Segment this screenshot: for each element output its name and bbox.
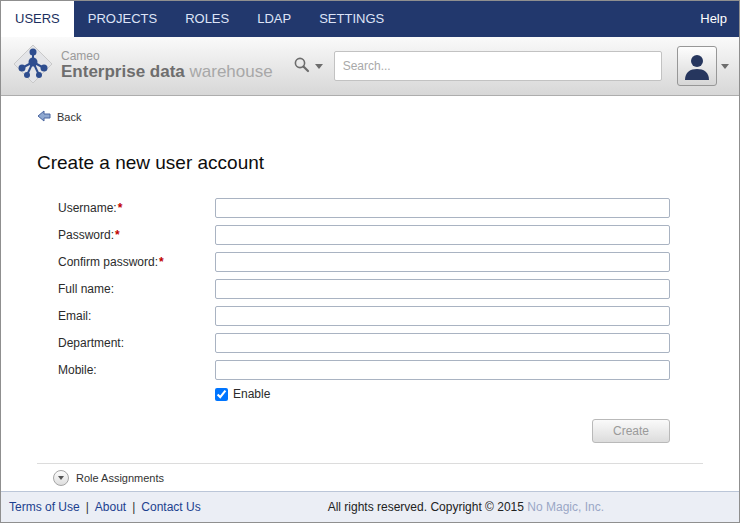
form-row-department: Department: [58, 333, 670, 353]
brand-logo: Cameo Enterprise data warehouse [11, 42, 273, 90]
back-button[interactable]: Back [37, 110, 81, 124]
avatar[interactable] [677, 46, 717, 86]
field-label: Confirm password:* [58, 255, 215, 269]
molecule-logo-icon [11, 42, 55, 90]
role-assignments-section: Role Assignments [53, 470, 739, 486]
header-bar: Cameo Enterprise data warehouse [1, 37, 739, 96]
back-arrow-icon [37, 110, 51, 124]
form-row-full-name: Full name: [58, 279, 670, 299]
mobile-input[interactable] [215, 360, 670, 380]
search-input[interactable] [334, 51, 662, 81]
enable-checkbox[interactable] [215, 388, 228, 401]
user-avatar-icon [681, 50, 713, 82]
email-field[interactable] [215, 306, 670, 326]
copyright-text: All rights reserved. Copyright © 2015 No… [201, 500, 731, 514]
role-assignments-toggle[interactable] [53, 470, 69, 486]
required-asterisk: * [118, 201, 123, 215]
top-nav: USERS PROJECTS ROLES LDAP SETTINGS Help [1, 1, 739, 37]
main-content: Back Create a new user account Username:… [1, 96, 739, 491]
section-divider [37, 463, 703, 464]
about-link[interactable]: About [95, 500, 126, 514]
field-label: Department: [58, 336, 215, 350]
search-scope-chevron-down-icon[interactable] [315, 64, 323, 69]
contact-us-link[interactable]: Contact Us [141, 500, 200, 514]
help-link[interactable]: Help [688, 1, 739, 37]
tab-projects[interactable]: PROJECTS [74, 1, 171, 37]
brand-product-bold: Enterprise data [61, 62, 185, 81]
field-label: Full name: [58, 282, 215, 296]
role-assignments-label: Role Assignments [76, 472, 164, 484]
search-icon [293, 56, 310, 77]
field-label: Mobile: [58, 363, 215, 377]
page-title: Create a new user account [37, 152, 739, 174]
footer-links: Terms of Use | About | Contact Us [9, 500, 201, 514]
form-row-confirm-password: Confirm password:* [58, 252, 670, 272]
form-row-mobile: Mobile: [58, 360, 670, 380]
link-separator: | [86, 500, 89, 514]
enable-row: Enable [215, 387, 670, 401]
app-window: USERS PROJECTS ROLES LDAP SETTINGS Help [0, 0, 740, 523]
tab-ldap[interactable]: LDAP [243, 1, 305, 37]
tab-settings[interactable]: SETTINGS [305, 1, 398, 37]
chevron-down-icon [58, 476, 64, 480]
form-row-password: Password:* [58, 225, 670, 245]
brand-text: Cameo Enterprise data warehouse [61, 50, 273, 82]
field-label: Email: [58, 309, 215, 323]
user-menu [677, 46, 729, 86]
tab-users[interactable]: USERS [1, 1, 74, 37]
required-asterisk: * [159, 255, 164, 269]
brand-product: Enterprise data warehouse [61, 63, 273, 82]
user-menu-chevron-down-icon[interactable] [721, 64, 729, 69]
back-label: Back [57, 111, 81, 123]
department-input[interactable] [215, 333, 670, 353]
form-row-username: Username:* [58, 198, 670, 218]
required-asterisk: * [115, 228, 120, 242]
password-input[interactable] [215, 225, 670, 245]
create-user-form: Username:* Password:* Confirm password:*… [58, 198, 670, 443]
tab-roles[interactable]: ROLES [171, 1, 243, 37]
button-row: Create [58, 419, 670, 443]
confirm-password-input[interactable] [215, 252, 670, 272]
username-input[interactable] [215, 198, 670, 218]
search-area [293, 51, 662, 81]
form-row-email: Email: [58, 306, 670, 326]
terms-of-use-link[interactable]: Terms of Use [9, 500, 80, 514]
footer: Terms of Use | About | Contact Us All ri… [1, 491, 739, 522]
enable-label: Enable [233, 387, 270, 401]
create-button[interactable]: Create [592, 419, 670, 443]
field-label: Password:* [58, 228, 215, 242]
link-separator: | [132, 500, 135, 514]
brand-product-light: warehouse [190, 62, 273, 81]
full-name-input[interactable] [215, 279, 670, 299]
company-name: No Magic, Inc. [527, 500, 604, 514]
field-label: Username:* [58, 201, 215, 215]
